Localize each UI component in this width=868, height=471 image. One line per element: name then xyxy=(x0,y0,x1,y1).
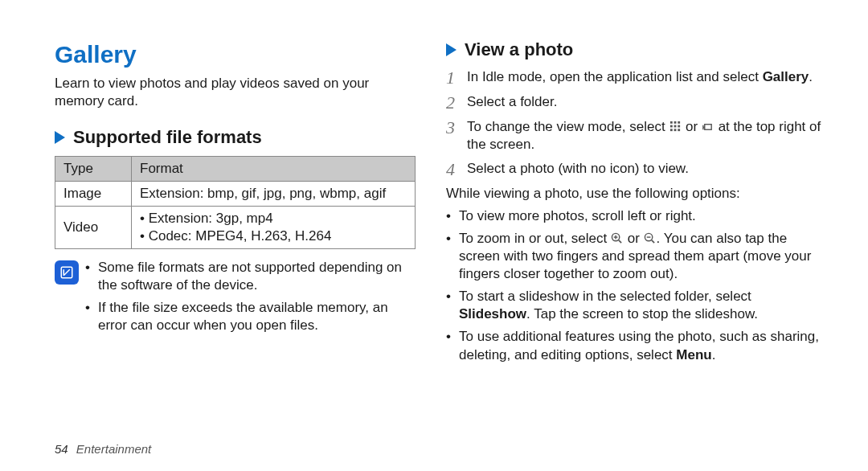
step-number: 4 xyxy=(446,160,467,178)
right-column: View a photo 1 In Idle mode, open the ap… xyxy=(438,39,821,455)
steps-list: 1 In Idle mode, open the application lis… xyxy=(446,68,821,185)
video-bullet-1: Extension: 3gp, mp4 xyxy=(140,210,407,227)
td-video-format: Extension: 3gp, mp4 Codec: MPEG4, H.263,… xyxy=(132,206,416,248)
td-video-type: Video xyxy=(55,206,132,248)
note-block: Some file formats are not supported depe… xyxy=(55,259,416,339)
zoom-in-icon xyxy=(611,232,624,244)
step-4: 4 Select a photo (with no icon) to view. xyxy=(446,160,821,178)
svg-rect-10 xyxy=(674,129,677,131)
svg-rect-11 xyxy=(678,129,680,131)
td-image-format: Extension: bmp, gif, jpg, png, wbmp, agi… xyxy=(132,181,416,206)
step-number: 3 xyxy=(446,118,467,137)
section-heading-text: View a photo xyxy=(465,39,573,62)
svg-rect-6 xyxy=(670,125,673,127)
chevron-right-icon xyxy=(446,43,457,56)
page-title: Gallery xyxy=(55,39,416,70)
note-icon xyxy=(55,260,79,285)
step-3: 3 To change the view mode, select or at … xyxy=(446,118,821,154)
th-format: Format xyxy=(132,156,416,181)
td-image-type: Image xyxy=(55,181,132,206)
svg-rect-12 xyxy=(705,124,711,129)
options-list: To view more photos, scroll left or righ… xyxy=(446,207,821,369)
grid-view-icon xyxy=(669,121,682,132)
svg-rect-8 xyxy=(678,125,680,127)
note-list: Some file formats are not supported depe… xyxy=(85,259,416,339)
page-root: Gallery Learn to view photos and play vi… xyxy=(0,0,868,471)
page-footer: 54 Entertainment xyxy=(55,441,151,457)
zoom-out-icon xyxy=(644,232,657,244)
left-column: Gallery Learn to view photos and play vi… xyxy=(55,39,438,455)
th-type: Type xyxy=(55,156,132,181)
table-row: Image Extension: bmp, gif, jpg, png, wbm… xyxy=(55,181,416,206)
note-item-1: Some file formats are not supported depe… xyxy=(85,259,416,294)
section-heading-text: Supported file formats xyxy=(73,126,262,149)
svg-line-14 xyxy=(619,240,621,243)
svg-line-2 xyxy=(63,269,70,276)
svg-rect-7 xyxy=(674,125,677,127)
svg-rect-4 xyxy=(674,121,677,124)
svg-line-18 xyxy=(652,240,654,243)
intro-text: Learn to view photos and play videos sav… xyxy=(55,75,416,110)
footer-section: Entertainment xyxy=(76,442,151,456)
table-row: Type Format xyxy=(55,156,416,181)
section-heading-view: View a photo xyxy=(446,39,821,62)
step-text: Select a folder. xyxy=(467,93,821,111)
video-bullet-2: Codec: MPEG4, H.263, H.264 xyxy=(140,227,407,245)
chevron-right-icon xyxy=(55,131,65,144)
stack-view-icon xyxy=(702,121,714,132)
step-text: In Idle mode, open the application list … xyxy=(467,68,821,86)
step-1: 1 In Idle mode, open the application lis… xyxy=(446,68,821,87)
step-text: To change the view mode, select or at th… xyxy=(467,118,821,154)
options-lead: While viewing a photo, use the following… xyxy=(446,185,821,203)
section-heading-formats: Supported file formats xyxy=(55,126,416,149)
option-item-1: To view more photos, scroll left or righ… xyxy=(446,207,821,225)
svg-rect-9 xyxy=(670,129,673,131)
step-2: 2 Select a folder. xyxy=(446,93,821,112)
note-item-2: If the file size exceeds the available m… xyxy=(85,299,416,334)
page-number: 54 xyxy=(55,442,68,456)
option-item-3: To start a slideshow in the selected fol… xyxy=(446,288,821,323)
svg-rect-5 xyxy=(678,121,680,124)
table-row: Video Extension: 3gp, mp4 Codec: MPEG4, … xyxy=(55,206,416,248)
formats-table: Type Format Image Extension: bmp, gif, j… xyxy=(55,156,416,249)
step-number: 2 xyxy=(446,93,467,112)
step-text: Select a photo (with no icon) to view. xyxy=(467,160,821,178)
svg-rect-3 xyxy=(670,121,673,124)
step-number: 1 xyxy=(446,68,467,87)
option-item-4: To use additional features using the pho… xyxy=(446,328,821,363)
option-item-2: To zoom in or out, select or . You can a… xyxy=(446,230,821,283)
